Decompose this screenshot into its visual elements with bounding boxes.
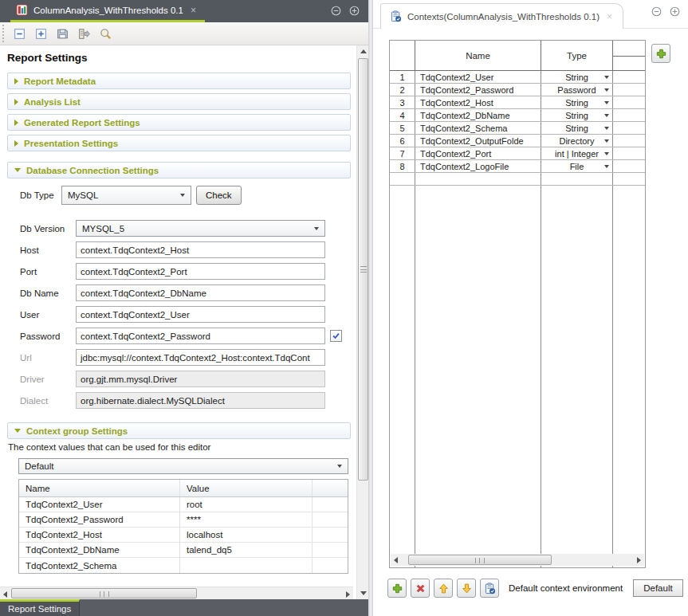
table-row[interactable]: TdqContext2_User root	[19, 497, 348, 512]
dialect-label: Dialect	[20, 396, 76, 406]
empty-row[interactable]	[390, 173, 645, 186]
chevron-right-icon	[14, 99, 18, 105]
type-select[interactable]: String	[541, 109, 613, 121]
move-down-button[interactable]	[457, 579, 476, 598]
column-header-name[interactable]: Name	[19, 480, 180, 496]
dialect-field: org.hibernate.dialect.MySQLDialect	[76, 392, 325, 409]
context-row[interactable]: 3 TdqContext2_Host String	[390, 96, 645, 109]
scrollbar-thumb[interactable]	[358, 58, 368, 481]
save-icon[interactable]	[53, 25, 71, 42]
context-row[interactable]: 7 TdqContext2_Port int | Integer	[390, 147, 645, 160]
context-environment-select[interactable]: Default	[18, 458, 348, 474]
section-generated-report-settings[interactable]: Generated Report Settings	[7, 114, 351, 131]
expand-all-icon[interactable]	[32, 25, 49, 42]
type-select[interactable]: Password	[541, 84, 613, 96]
contexts-footer-toolbar: Default context environment Default	[387, 579, 683, 598]
move-up-button[interactable]	[434, 579, 453, 598]
plus-icon	[655, 48, 667, 60]
context-row[interactable]: 8 TdqContext2_LogoFile File	[390, 160, 645, 173]
view-tab-bar: Contexts(ColumnAnalysis_WithThresholds 0…	[373, 0, 688, 29]
table-row[interactable]: TdqContext2_Host localhost	[19, 528, 348, 543]
editor-toolbar	[0, 22, 368, 45]
user-label: User	[20, 310, 76, 320]
plus-icon	[391, 583, 403, 594]
tab-report-settings[interactable]: Report Settings	[0, 599, 80, 616]
db-type-select[interactable]: MySQL	[61, 186, 191, 205]
column-header-type[interactable]: Type	[541, 41, 613, 70]
zoom-icon[interactable]	[96, 25, 114, 42]
column-header-index	[390, 41, 415, 70]
close-icon[interactable]: ×	[605, 12, 614, 22]
column-header-name[interactable]: Name	[415, 41, 541, 70]
host-field[interactable]: context.TdqContext2_Host	[76, 241, 325, 258]
type-select[interactable]: String	[541, 96, 613, 108]
arrow-up-icon	[438, 583, 450, 594]
maximize-icon[interactable]	[349, 6, 360, 16]
scrollbar-thumb[interactable]	[11, 588, 197, 598]
chevron-right-icon	[14, 120, 18, 126]
chevron-down-icon	[14, 168, 21, 172]
report-settings-content: Report Settings Report Metadata Analysis…	[0, 45, 368, 599]
manage-environments-button[interactable]	[480, 579, 499, 598]
context-row[interactable]: 1 TdqContext2_User String	[390, 71, 645, 84]
minimize-icon[interactable]	[331, 6, 341, 16]
maximize-icon[interactable]	[670, 6, 680, 18]
table-row[interactable]: TdqContext2_DbName talend_dq5	[19, 543, 348, 558]
collapse-all-icon[interactable]	[10, 25, 28, 42]
scroll-right-icon[interactable]	[637, 557, 641, 563]
section-analysis-list[interactable]: Analysis List	[7, 93, 351, 110]
default-environment-button[interactable]: Default	[633, 579, 682, 597]
dbname-field[interactable]: context.TdqContext2_DbName	[76, 284, 325, 301]
chevron-down-icon	[604, 114, 609, 117]
section-database-connection-settings[interactable]: Database Connection Settings	[7, 162, 351, 179]
type-select[interactable]: String	[541, 122, 613, 134]
password-field[interactable]: context.TdqContext2_Password	[76, 328, 325, 344]
scrollbar-thumb[interactable]	[408, 555, 552, 565]
context-row[interactable]: 6 TdqContext2_OutputFolde Directory	[390, 135, 645, 147]
horizontal-scrollbar[interactable]	[391, 554, 644, 566]
context-row[interactable]: 5 TdqContext2_Schema String	[390, 122, 645, 135]
column-header-value[interactable]: Value	[180, 480, 313, 496]
db-type-label: Db Type	[20, 190, 61, 200]
check-button[interactable]: Check	[196, 186, 242, 205]
scroll-left-icon[interactable]	[3, 591, 7, 598]
section-report-metadata[interactable]: Report Metadata	[7, 73, 351, 89]
generate-report-icon[interactable]	[75, 25, 92, 42]
chevron-down-icon	[314, 227, 319, 230]
table-row[interactable]: TdqContext2_Schema	[19, 558, 348, 573]
add-variable-button[interactable]	[387, 579, 407, 598]
password-context-checkbox[interactable]	[330, 330, 342, 342]
column-header-extra	[613, 41, 645, 70]
scroll-down-icon[interactable]	[360, 591, 367, 595]
toolbar-drag-handle[interactable]	[2, 25, 6, 42]
chevron-down-icon	[604, 139, 609, 143]
report-icon	[16, 4, 28, 16]
tab-report-editor[interactable]: ColumnAnalysis_WithThresholds 0.1 ×	[10, 0, 205, 22]
table-row[interactable]: TdqContext2_Password ****	[19, 512, 348, 528]
scroll-up-icon[interactable]	[360, 49, 367, 53]
context-row[interactable]: 4 TdqContext2_DbName String	[390, 109, 645, 122]
scroll-right-icon[interactable]	[346, 591, 350, 598]
scroll-left-icon[interactable]	[394, 557, 398, 563]
close-icon[interactable]: ×	[189, 6, 198, 15]
contexts-table: Name Type 1 TdqContext2_User String 2 Td…	[389, 40, 646, 568]
type-select[interactable]: Directory	[541, 135, 613, 147]
port-field[interactable]: context.TdqContext2_Port	[76, 263, 325, 280]
vertical-scrollbar[interactable]	[356, 45, 368, 599]
tab-contexts-view[interactable]: Contexts(ColumnAnalysis_WithThresholds 0…	[380, 3, 623, 29]
url-field[interactable]: jdbc:mysql://context.TdqContext2_Host:co…	[76, 349, 325, 366]
db-version-select[interactable]: MYSQL_5	[76, 220, 325, 237]
driver-field: org.gjt.mm.mysql.Driver	[76, 371, 325, 387]
horizontal-scrollbar[interactable]	[0, 587, 353, 599]
user-field[interactable]: context.TdqContext2_User	[76, 306, 325, 323]
type-select[interactable]: File	[541, 160, 613, 172]
type-select[interactable]: int | Integer	[541, 147, 613, 159]
section-presentation-settings[interactable]: Presentation Settings	[7, 135, 351, 151]
context-row[interactable]: 2 TdqContext2_Password Password	[390, 84, 645, 96]
chevron-right-icon	[14, 140, 18, 147]
delete-variable-button[interactable]	[411, 579, 430, 598]
minimize-icon[interactable]	[651, 6, 662, 18]
type-select[interactable]: String	[541, 71, 613, 83]
section-context-group-settings[interactable]: Context group Settings	[7, 422, 351, 439]
add-context-button[interactable]	[651, 44, 670, 63]
